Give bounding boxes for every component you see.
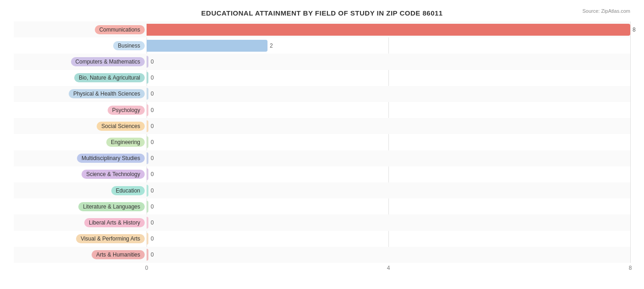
label-pill: Science & Technology bbox=[82, 170, 145, 179]
x-axis: 048 bbox=[147, 263, 630, 265]
bar-value: 0 bbox=[151, 252, 154, 258]
bar-row: Physical & Health Sciences0 bbox=[14, 86, 630, 102]
bar-fill bbox=[147, 201, 148, 213]
bar-track: 0 bbox=[147, 231, 630, 247]
bar-row: Communications8 bbox=[14, 21, 630, 37]
bar-fill bbox=[147, 152, 148, 164]
bar-fill bbox=[147, 233, 148, 245]
bar-row: Literature & Languages0 bbox=[14, 198, 630, 214]
bar-track: 0 bbox=[147, 70, 630, 86]
label-pill: Computers & Mathematics bbox=[71, 57, 145, 66]
label-pill: Engineering bbox=[106, 138, 145, 147]
bar-row: Arts & Humanities0 bbox=[14, 247, 630, 263]
label-pill: Liberal Arts & History bbox=[84, 218, 145, 227]
bar-value: 8 bbox=[633, 27, 636, 33]
bar-row: Liberal Arts & History0 bbox=[14, 214, 630, 230]
bar-row: Education0 bbox=[14, 182, 630, 198]
label-pill: Arts & Humanities bbox=[92, 250, 145, 259]
x-tick: 8 bbox=[629, 265, 632, 271]
bar-label: Social Sciences bbox=[14, 122, 147, 131]
bar-row: Business2 bbox=[14, 37, 630, 54]
bar-fill bbox=[147, 185, 148, 197]
bar-value: 0 bbox=[151, 91, 154, 97]
chart-source: Source: ZipAtlas.com bbox=[582, 8, 630, 14]
label-pill: Psychology bbox=[108, 106, 145, 115]
bar-fill bbox=[147, 120, 148, 132]
chart-title: EDUCATIONAL ATTAINMENT BY FIELD OF STUDY… bbox=[14, 9, 630, 17]
bar-value: 0 bbox=[151, 75, 154, 81]
bar-label: Communications bbox=[14, 25, 147, 34]
bar-value: 0 bbox=[151, 219, 154, 226]
bar-track: 0 bbox=[147, 166, 630, 182]
bar-row: Psychology0 bbox=[14, 102, 630, 118]
bar-fill bbox=[147, 24, 630, 36]
bar-value: 0 bbox=[151, 171, 154, 177]
label-pill: Multidisciplinary Studies bbox=[77, 154, 145, 163]
bar-fill bbox=[147, 72, 148, 84]
bar-label: Engineering bbox=[14, 138, 147, 147]
bar-fill bbox=[147, 104, 148, 116]
bar-label: Education bbox=[14, 186, 147, 195]
bar-value: 0 bbox=[151, 59, 154, 65]
bar-value: 2 bbox=[270, 43, 273, 49]
bar-label: Multidisciplinary Studies bbox=[14, 154, 147, 163]
bar-track: 0 bbox=[147, 118, 630, 134]
bar-fill bbox=[147, 56, 148, 68]
bar-label: Visual & Performing Arts bbox=[14, 234, 147, 243]
x-tick: 4 bbox=[387, 265, 390, 271]
x-tick: 0 bbox=[145, 265, 148, 271]
bar-value: 0 bbox=[151, 203, 154, 210]
bars-section: Communications8Business2Computers & Math… bbox=[14, 21, 630, 263]
bar-fill bbox=[147, 168, 148, 180]
bar-track: 8 bbox=[147, 21, 636, 37]
bar-label: Science & Technology bbox=[14, 170, 147, 179]
bar-value: 0 bbox=[151, 187, 154, 194]
bar-track: 0 bbox=[147, 102, 630, 118]
bar-track: 0 bbox=[147, 150, 630, 166]
bar-track: 0 bbox=[147, 182, 630, 198]
label-pill: Bio, Nature & Agricultural bbox=[74, 73, 145, 82]
label-pill: Physical & Health Sciences bbox=[69, 89, 145, 98]
bar-value: 0 bbox=[151, 107, 154, 113]
bar-fill bbox=[147, 249, 148, 261]
bar-track: 0 bbox=[147, 86, 630, 102]
bar-track: 0 bbox=[147, 54, 630, 70]
bar-value: 0 bbox=[151, 123, 154, 129]
bar-value: 0 bbox=[151, 235, 154, 242]
bar-fill bbox=[147, 136, 148, 148]
bar-label: Literature & Languages bbox=[14, 202, 147, 211]
bar-label: Liberal Arts & History bbox=[14, 218, 147, 227]
label-pill: Business bbox=[113, 41, 145, 50]
bar-track: 0 bbox=[147, 247, 630, 263]
bar-label: Computers & Mathematics bbox=[14, 57, 147, 66]
bar-row: Bio, Nature & Agricultural0 bbox=[14, 70, 630, 86]
bar-label: Arts & Humanities bbox=[14, 250, 147, 259]
label-pill: Visual & Performing Arts bbox=[76, 234, 145, 243]
bar-row: Multidisciplinary Studies0 bbox=[14, 150, 630, 166]
bar-fill bbox=[147, 217, 148, 229]
bar-track: 0 bbox=[147, 134, 630, 150]
label-pill: Social Sciences bbox=[97, 122, 145, 131]
label-pill: Education bbox=[111, 186, 145, 195]
bar-track: 0 bbox=[147, 198, 630, 214]
bar-track: 2 bbox=[147, 37, 630, 54]
label-pill: Communications bbox=[95, 25, 145, 34]
label-pill: Literature & Languages bbox=[78, 202, 145, 211]
chart-container: EDUCATIONAL ATTAINMENT BY FIELD OF STUDY… bbox=[0, 0, 644, 289]
bar-value: 0 bbox=[151, 139, 154, 145]
bar-row: Social Sciences0 bbox=[14, 118, 630, 134]
bar-label: Bio, Nature & Agricultural bbox=[14, 73, 147, 82]
bar-row: Engineering0 bbox=[14, 134, 630, 150]
bar-label: Physical & Health Sciences bbox=[14, 89, 147, 98]
bar-label: Business bbox=[14, 41, 147, 50]
bar-value: 0 bbox=[151, 155, 154, 161]
bar-label: Psychology bbox=[14, 106, 147, 115]
bar-row: Visual & Performing Arts0 bbox=[14, 231, 630, 247]
chart-area: Communications8Business2Computers & Math… bbox=[14, 21, 630, 265]
bar-fill bbox=[147, 88, 148, 100]
bar-fill bbox=[147, 40, 267, 52]
bar-row: Computers & Mathematics0 bbox=[14, 54, 630, 70]
grid-line bbox=[630, 21, 631, 263]
bar-track: 0 bbox=[147, 214, 630, 230]
bar-row: Science & Technology0 bbox=[14, 166, 630, 182]
